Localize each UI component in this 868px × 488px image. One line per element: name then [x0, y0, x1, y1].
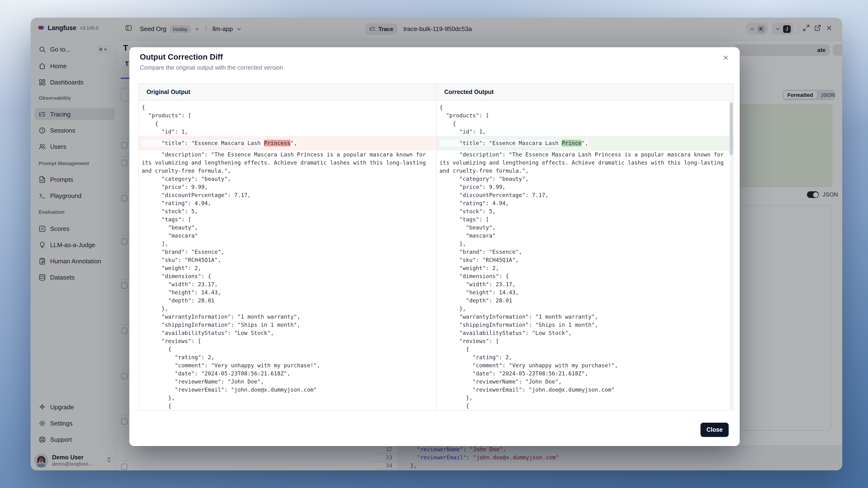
- scrollbar[interactable]: [730, 101, 733, 410]
- diff-panels: Original Output Corrected Output { "prod…: [138, 84, 734, 411]
- modal-close-button[interactable]: [721, 53, 731, 63]
- modal-subtitle: Compare the original output with the cor…: [140, 64, 283, 71]
- close-button[interactable]: Close: [701, 423, 728, 437]
- output-correction-diff-modal: Output Correction Diff Compare the origi…: [129, 47, 740, 446]
- corrected-output-code: { "products": [ { "id": 1, "title": "Ess…: [436, 101, 734, 410]
- close-icon: [722, 54, 729, 61]
- diff-panel-body: { "products": [ { "id": 1, "title": "Ess…: [139, 101, 734, 410]
- original-output-header: Original Output: [139, 84, 436, 100]
- scrollbar-thumb[interactable]: [730, 103, 733, 155]
- original-output-code: { "products": [ { "id": 1, "title": "Ess…: [139, 101, 436, 410]
- corrected-output-header: Corrected Output: [436, 84, 734, 100]
- diff-panel-headers: Original Output Corrected Output: [139, 84, 734, 101]
- screen: Langfuse v3.146.0 Go to... ⌘ K Home Dash…: [0, 0, 868, 488]
- modal-title: Output Correction Diff: [140, 53, 223, 62]
